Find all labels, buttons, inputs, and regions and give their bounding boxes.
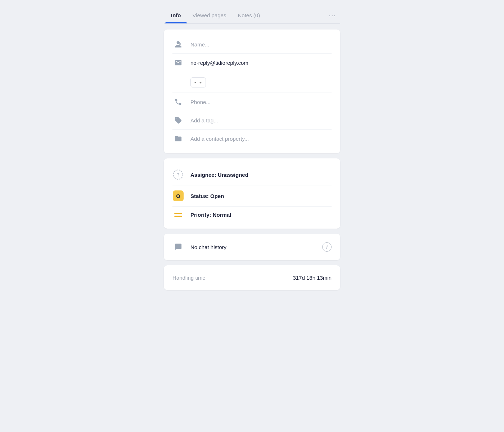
info-panel: Info Viewed pages Notes (0) ··· Name... [164, 7, 340, 295]
tag-placeholder: Add a tag... [190, 117, 218, 123]
chevron-down-icon [199, 82, 202, 84]
folder-icon [172, 135, 184, 143]
priority-row[interactable]: Priority: Normal [172, 207, 332, 223]
no-chat-history-text: No chat history [190, 244, 226, 250]
priority-label: Priority: Normal [190, 212, 231, 218]
handling-time-label: Handling time [172, 275, 206, 281]
chat-history-card: No chat history i [164, 234, 340, 260]
handling-time-row: Handling time 317d 18h 13min [172, 271, 332, 284]
assignee-label: Assignee: Unassigned [190, 172, 248, 178]
property-row[interactable]: Add a contact property... [172, 130, 332, 148]
chat-bubble-icon [172, 243, 184, 251]
dropdown-value: - [194, 80, 196, 85]
conversation-card: ? Assignee: Unassigned O Status: Open [164, 158, 340, 229]
tabs-bar: Info Viewed pages Notes (0) ··· [164, 7, 340, 23]
tag-icon [172, 116, 184, 124]
phone-placeholder: Phone... [190, 99, 211, 105]
handling-time-card: Handling time 317d 18h 13min [164, 265, 340, 290]
property-placeholder: Add a contact property... [190, 136, 249, 142]
status-row[interactable]: O Status: Open [172, 185, 332, 207]
email-row[interactable]: no-reply@tidioreply.com - [172, 54, 332, 93]
tab-viewed-pages[interactable]: Viewed pages [187, 7, 232, 23]
email-icon [172, 59, 184, 67]
more-options-button[interactable]: ··· [326, 8, 339, 22]
contact-info-card: Name... no-reply@tidioreply.com - [164, 30, 340, 153]
person-icon [172, 40, 184, 48]
info-tooltip-button[interactable]: i [322, 242, 332, 252]
handling-time-value: 317d 18h 13min [293, 275, 332, 281]
svg-text:?: ? [177, 172, 180, 177]
status-o-letter: O [176, 193, 180, 199]
chat-history-row: No chat history i [172, 239, 332, 255]
tab-notes[interactable]: Notes (0) [232, 7, 266, 23]
question-circle-icon: ? [172, 169, 184, 180]
priority-line-2 [174, 216, 182, 217]
priority-line-1 [174, 213, 182, 214]
phone-icon [172, 98, 184, 106]
tab-info[interactable]: Info [165, 7, 187, 23]
status-label: Status: Open [190, 193, 224, 199]
name-placeholder: Name... [190, 41, 210, 48]
tabs-divider [164, 23, 340, 24]
phone-row[interactable]: Phone... [172, 93, 332, 111]
assignee-row[interactable]: ? Assignee: Unassigned [172, 164, 332, 185]
priority-icon [172, 213, 184, 217]
tag-row[interactable]: Add a tag... [172, 111, 332, 130]
info-icon-letter: i [326, 244, 328, 250]
status-icon: O [172, 190, 184, 201]
email-type-dropdown[interactable]: - [190, 77, 206, 87]
email-value: no-reply@tidioreply.com [190, 60, 248, 66]
chat-history-left: No chat history [172, 243, 226, 251]
name-row[interactable]: Name... [172, 35, 332, 54]
